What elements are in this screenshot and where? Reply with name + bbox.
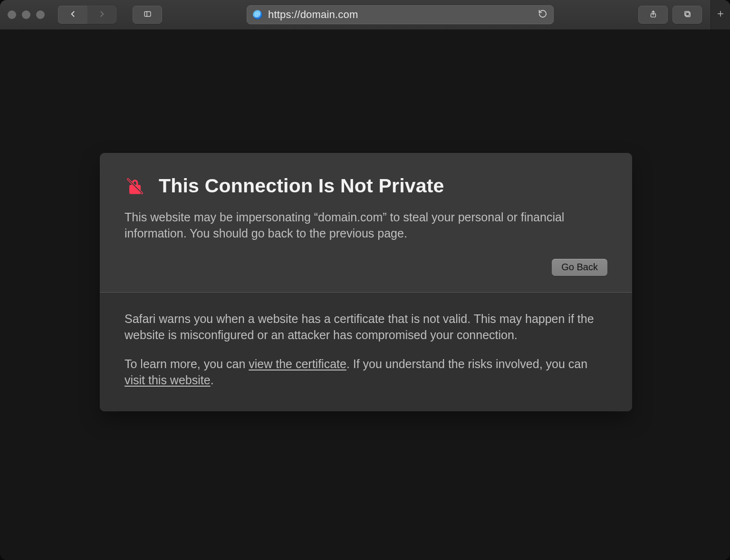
share-icon (649, 10, 657, 20)
site-favicon-icon (253, 10, 262, 19)
trailing-period: . (211, 373, 214, 387)
chevron-right-icon (98, 10, 106, 20)
svg-rect-4 (684, 11, 689, 15)
plus-icon (716, 9, 725, 20)
go-back-button[interactable]: Go Back (552, 259, 607, 276)
tabs-icon (683, 10, 692, 20)
nav-back-forward (58, 6, 116, 24)
svg-rect-0 (144, 11, 151, 16)
nav-back-button[interactable] (58, 6, 87, 24)
warning-lead-text: This website may be impersonating “domai… (125, 209, 581, 242)
browser-toolbar: https://domain.com (0, 0, 730, 30)
tabs-overview-button[interactable] (672, 6, 702, 24)
page-viewport: This Connection Is Not Private This webs… (0, 29, 730, 560)
window-close-button[interactable] (8, 10, 16, 19)
new-tab-button[interactable] (711, 0, 730, 29)
view-certificate-link[interactable]: view the certificate (249, 357, 346, 370)
reload-icon (538, 12, 548, 20)
learn-more-prefix: To learn more, you can (125, 357, 249, 370)
toolbar-right (638, 6, 702, 24)
reload-button[interactable] (538, 9, 548, 20)
address-bar[interactable]: https://domain.com (247, 5, 554, 24)
chevron-left-icon (69, 10, 77, 20)
window-minimize-button[interactable] (22, 10, 30, 19)
after-cert-text: . If you understand the risks involved, … (346, 357, 587, 370)
warning-explain-text: Safari warns you when a website has a ce… (125, 311, 600, 343)
visit-website-link[interactable]: visit this website (125, 373, 211, 387)
warning-learn-more-text: To learn more, you can view the certific… (125, 356, 600, 389)
window-controls (8, 10, 45, 19)
address-bar-text: https://domain.com (268, 9, 532, 21)
nav-forward-button[interactable] (87, 6, 116, 24)
security-warning-card: This Connection Is Not Private This webs… (100, 153, 632, 411)
window-zoom-button[interactable] (36, 10, 45, 19)
insecure-lock-icon (125, 176, 145, 197)
sidebar-icon (144, 10, 152, 20)
sidebar-toggle-button[interactable] (133, 6, 162, 24)
share-button[interactable] (638, 6, 668, 24)
svg-rect-3 (685, 12, 690, 16)
warning-title: This Connection Is Not Private (159, 175, 444, 197)
